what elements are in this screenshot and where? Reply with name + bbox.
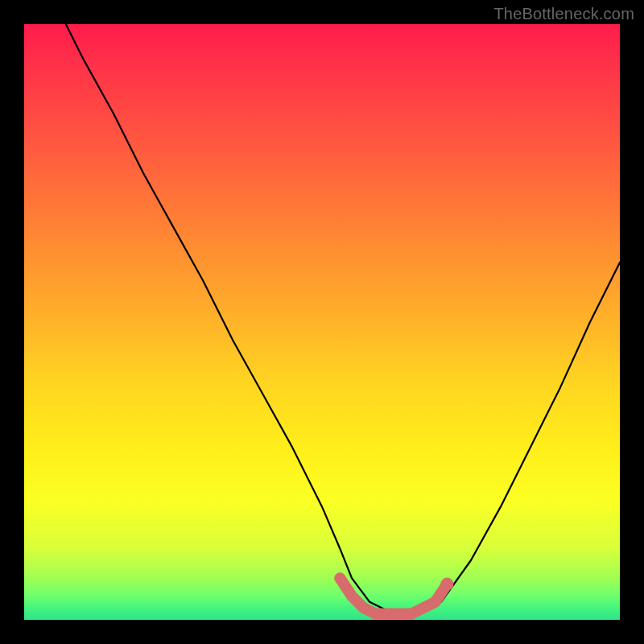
bottleneck-curve-path bbox=[66, 24, 620, 614]
chart-frame: TheBottleneck.com bbox=[0, 0, 644, 644]
attribution-label: TheBottleneck.com bbox=[493, 5, 634, 23]
plot-area bbox=[24, 24, 620, 620]
chart-svg bbox=[24, 24, 620, 620]
optimal-marker-dot bbox=[440, 578, 453, 591]
